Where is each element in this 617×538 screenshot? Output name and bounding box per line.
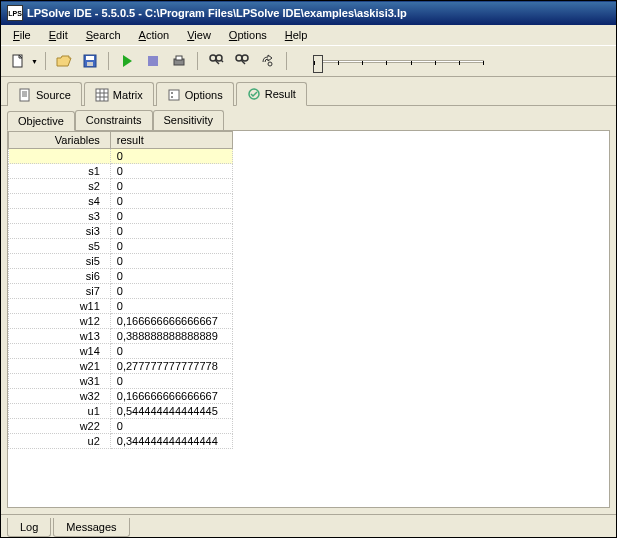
cell-result: 0 — [110, 239, 232, 254]
cell-result: 0 — [110, 179, 232, 194]
cell-result: 0 — [110, 344, 232, 359]
toolbar: ▼ — [1, 45, 616, 77]
table-row[interactable]: si30 — [9, 224, 233, 239]
menu-file[interactable]: File — [5, 27, 39, 43]
cell-variable: w32 — [9, 389, 111, 404]
printer-button[interactable] — [168, 50, 190, 72]
tab-matrix[interactable]: Matrix — [84, 82, 154, 106]
tab-source-label: Source — [36, 89, 71, 101]
cell-variable: u2 — [9, 434, 111, 449]
svg-rect-4 — [148, 56, 158, 66]
options-icon — [167, 88, 181, 102]
cell-result: 0 — [110, 254, 232, 269]
menu-action[interactable]: Action — [131, 27, 178, 43]
window-title: LPSolve IDE - 5.5.0.5 - C:\Program Files… — [27, 7, 407, 19]
cell-variable: w14 — [9, 344, 111, 359]
app-icon: LPS — [7, 5, 23, 21]
svg-point-26 — [171, 96, 173, 98]
cell-variable: w21 — [9, 359, 111, 374]
save-button[interactable] — [79, 50, 101, 72]
cell-variable: u1 — [9, 404, 111, 419]
table-row[interactable]: si50 — [9, 254, 233, 269]
tab-matrix-label: Matrix — [113, 89, 143, 101]
replace-button[interactable] — [257, 50, 279, 72]
cell-variable: si7 — [9, 284, 111, 299]
zoom-slider[interactable] — [314, 51, 610, 71]
cell-result: 0 — [110, 284, 232, 299]
sub-tabs: Objective Constraints Sensitivity — [1, 106, 616, 130]
cell-variable: s3 — [9, 209, 111, 224]
svg-rect-6 — [176, 56, 182, 60]
cell-variable: w13 — [9, 329, 111, 344]
cell-result: 0 — [110, 149, 232, 164]
svg-point-25 — [171, 92, 173, 94]
svg-point-14 — [268, 62, 272, 66]
subtab-sensitivity[interactable]: Sensitivity — [153, 110, 225, 130]
table-row[interactable]: s20 — [9, 179, 233, 194]
menu-edit[interactable]: Edit — [41, 27, 76, 43]
cell-variable — [9, 149, 111, 164]
table-row[interactable]: u10,544444444444445 — [9, 404, 233, 419]
table-row[interactable]: w130,388888888888889 — [9, 329, 233, 344]
cell-variable: s4 — [9, 194, 111, 209]
cell-variable: s1 — [9, 164, 111, 179]
cell-variable: w11 — [9, 299, 111, 314]
subtab-objective[interactable]: Objective — [7, 111, 75, 131]
svg-point-13 — [242, 55, 248, 61]
btab-messages[interactable]: Messages — [53, 518, 129, 537]
main-tabs: Source Matrix Options Result — [1, 77, 616, 106]
cell-result: 0,388888888888889 — [110, 329, 232, 344]
menu-options[interactable]: Options — [221, 27, 275, 43]
table-row[interactable]: 0 — [9, 149, 233, 164]
btab-log[interactable]: Log — [7, 518, 51, 537]
table-row[interactable]: w220 — [9, 419, 233, 434]
table-row[interactable]: si60 — [9, 269, 233, 284]
menu-view[interactable]: View — [179, 27, 219, 43]
cell-variable: si3 — [9, 224, 111, 239]
cell-result: 0,277777777777778 — [110, 359, 232, 374]
table-row[interactable]: w310 — [9, 374, 233, 389]
col-variables[interactable]: Variables — [9, 132, 111, 149]
result-grid[interactable]: Variables result 0s10s20s40s30si30s50si5… — [7, 130, 610, 508]
table-row[interactable]: w140 — [9, 344, 233, 359]
table-row[interactable]: s30 — [9, 209, 233, 224]
new-button[interactable] — [7, 50, 29, 72]
table-row[interactable]: s50 — [9, 239, 233, 254]
tab-options-label: Options — [185, 89, 223, 101]
result-icon — [247, 87, 261, 101]
svg-rect-15 — [20, 89, 29, 101]
menu-search[interactable]: Search — [78, 27, 129, 43]
col-result[interactable]: result — [110, 132, 232, 149]
table-row[interactable]: s10 — [9, 164, 233, 179]
find-button[interactable] — [205, 50, 227, 72]
table-row[interactable]: w110 — [9, 299, 233, 314]
cell-variable: si5 — [9, 254, 111, 269]
menubar: File Edit Search Action View Options Hel… — [1, 25, 616, 45]
svg-rect-24 — [169, 90, 179, 100]
table-row[interactable]: w320,166666666666667 — [9, 389, 233, 404]
find-next-button[interactable] — [231, 50, 253, 72]
table-row[interactable]: u20,344444444444444 — [9, 434, 233, 449]
svg-rect-3 — [87, 62, 93, 66]
run-button[interactable] — [116, 50, 138, 72]
table-row[interactable]: w120,166666666666667 — [9, 314, 233, 329]
cell-result: 0 — [110, 419, 232, 434]
cell-result: 0,166666666666667 — [110, 314, 232, 329]
table-row[interactable]: w210,277777777777778 — [9, 359, 233, 374]
tab-source[interactable]: Source — [7, 82, 82, 106]
stop-button[interactable] — [142, 50, 164, 72]
content-area: Variables result 0s10s20s40s30si30s50si5… — [1, 130, 616, 514]
cell-variable: w12 — [9, 314, 111, 329]
bottom-tabs: Log Messages — [1, 514, 616, 537]
cell-result: 0 — [110, 299, 232, 314]
tab-result[interactable]: Result — [236, 82, 307, 106]
table-row[interactable]: s40 — [9, 194, 233, 209]
subtab-constraints[interactable]: Constraints — [75, 110, 153, 130]
new-dropdown-icon[interactable]: ▼ — [31, 58, 38, 65]
tab-options[interactable]: Options — [156, 82, 234, 106]
table-row[interactable]: si70 — [9, 284, 233, 299]
cell-result: 0,544444444444445 — [110, 404, 232, 419]
menu-help[interactable]: Help — [277, 27, 316, 43]
svg-rect-2 — [86, 56, 94, 60]
open-button[interactable] — [53, 50, 75, 72]
